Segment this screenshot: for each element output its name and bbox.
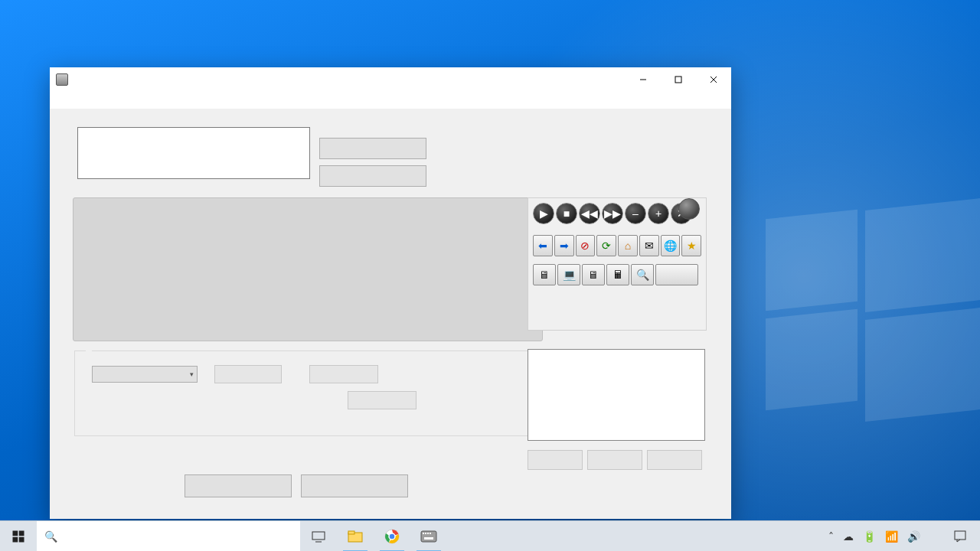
remapped-list[interactable] bbox=[77, 127, 310, 179]
maximize-button[interactable] bbox=[661, 67, 696, 92]
task-view-icon[interactable] bbox=[300, 521, 337, 552]
media-prev-icon[interactable]: ◀◀ bbox=[579, 203, 600, 224]
media-next-icon[interactable]: ▶▶ bbox=[602, 203, 623, 224]
svg-rect-17 bbox=[425, 533, 426, 534]
specialty-panel: ▶ ■ ◀◀ ▶▶ – + ✕ ⬅ ➡ ⊘ ⟳ ⌂ ✉ 🌐 ★ 🖥 💻 bbox=[528, 197, 707, 331]
browser-back-icon[interactable]: ⬅ bbox=[533, 235, 553, 256]
svg-rect-19 bbox=[430, 533, 431, 534]
clear-button[interactable] bbox=[587, 450, 642, 470]
keyboard-controls-panel bbox=[74, 350, 544, 436]
mail-icon[interactable]: ✉ bbox=[639, 235, 659, 256]
titlebar[interactable] bbox=[50, 67, 731, 92]
menubar bbox=[50, 92, 731, 109]
volume-up-icon[interactable]: + bbox=[648, 203, 669, 224]
svg-rect-20 bbox=[424, 537, 433, 540]
app-icon bbox=[56, 73, 68, 86]
svg-rect-1 bbox=[675, 77, 681, 83]
browser-stop-icon[interactable]: ⊘ bbox=[576, 235, 596, 256]
svg-rect-4 bbox=[13, 530, 18, 536]
taskbar-chrome-icon[interactable] bbox=[374, 521, 410, 552]
taskbar-file-explorer-icon[interactable] bbox=[337, 521, 374, 552]
tray-wifi-icon[interactable]: 📶 bbox=[885, 530, 898, 543]
pending-changes-list[interactable] bbox=[528, 349, 705, 441]
minimize-button[interactable] bbox=[626, 67, 661, 92]
full-teach-mode-button[interactable] bbox=[185, 474, 292, 497]
web-icon[interactable]: 🌐 bbox=[661, 235, 681, 256]
menu-restore-defaults[interactable] bbox=[82, 99, 94, 102]
menu-file[interactable] bbox=[54, 99, 67, 102]
close-button[interactable] bbox=[696, 67, 731, 92]
specialty-eject-icon[interactable] bbox=[678, 198, 700, 220]
clear-all-button[interactable] bbox=[647, 450, 702, 470]
svg-rect-7 bbox=[19, 536, 24, 542]
media-play-icon[interactable]: ▶ bbox=[533, 203, 554, 224]
keyboard-panel bbox=[73, 197, 543, 341]
power-icon[interactable]: 🖥 bbox=[582, 264, 605, 285]
taskbar-keytweak-icon[interactable] bbox=[410, 521, 447, 552]
half-teach-mode-button[interactable] bbox=[301, 474, 408, 497]
svg-rect-6 bbox=[13, 536, 18, 542]
svg-rect-5 bbox=[19, 530, 24, 536]
search-icon[interactable]: 🔍 bbox=[631, 264, 654, 285]
svg-rect-21 bbox=[955, 531, 965, 540]
remapping-combo[interactable] bbox=[92, 366, 198, 383]
svg-rect-16 bbox=[423, 533, 424, 534]
browser-forward-icon[interactable]: ➡ bbox=[554, 235, 574, 256]
sleep-icon[interactable]: 💻 bbox=[557, 264, 580, 285]
tray-chevron-icon[interactable]: ˄ bbox=[828, 530, 834, 543]
svg-rect-11 bbox=[348, 531, 354, 534]
favorites-icon[interactable]: ★ bbox=[681, 235, 701, 256]
browser-refresh-icon[interactable]: ⟳ bbox=[596, 235, 616, 256]
my-computer-icon[interactable]: 🖥 bbox=[533, 264, 556, 285]
svg-rect-8 bbox=[312, 532, 325, 540]
tray-notifications-icon[interactable] bbox=[943, 521, 977, 552]
tray-volume-icon[interactable]: 🔊 bbox=[907, 530, 920, 543]
tray-onedrive-icon[interactable]: ☁ bbox=[843, 530, 854, 543]
windows-logo bbox=[766, 214, 980, 429]
svg-rect-18 bbox=[427, 533, 429, 534]
restore-default-button[interactable] bbox=[309, 365, 378, 383]
mac-keypad-button[interactable] bbox=[655, 264, 698, 285]
restore-all-defaults-button[interactable] bbox=[319, 138, 426, 159]
apply-button[interactable] bbox=[528, 450, 583, 470]
remap-key-button[interactable] bbox=[214, 365, 282, 383]
calculator-icon[interactable]: 🖩 bbox=[606, 264, 629, 285]
taskbar: 🔍 ˄ ☁ 🔋 📶 🔊 bbox=[0, 520, 980, 551]
keytweak-window: ▶ ■ ◀◀ ▶▶ – + ✕ ⬅ ➡ ⊘ ⟳ ⌂ ✉ 🌐 ★ 🖥 💻 bbox=[50, 67, 731, 519]
taskbar-search[interactable]: 🔍 bbox=[37, 521, 300, 552]
volume-down-icon[interactable]: – bbox=[625, 203, 646, 224]
start-button[interactable] bbox=[0, 521, 37, 552]
svg-point-14 bbox=[389, 533, 395, 540]
disable-key-button[interactable] bbox=[348, 391, 416, 409]
media-stop-icon[interactable]: ■ bbox=[556, 203, 577, 224]
tray-battery-icon[interactable]: 🔋 bbox=[863, 530, 876, 543]
browser-home-icon[interactable]: ⌂ bbox=[618, 235, 638, 256]
search-icon: 🔍 bbox=[44, 530, 57, 543]
menu-help[interactable] bbox=[96, 99, 108, 102]
show-raw-map-button[interactable] bbox=[319, 165, 426, 187]
menu-teach-mode[interactable] bbox=[68, 99, 80, 102]
